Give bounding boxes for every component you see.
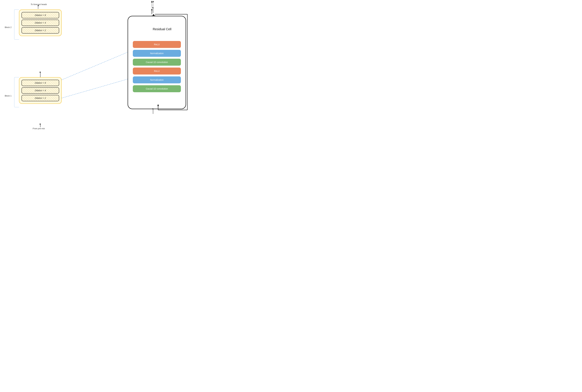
block2-dilation8: Dilation = 8 <box>21 12 59 18</box>
block2: Dilation = 8 Dilation = 4 Dilation = 2 <box>19 10 62 36</box>
layer-conv-1: Causal 1D convolution <box>133 59 181 66</box>
block1-dilation4: Dilation = 4 <box>21 87 59 94</box>
arrow-between-blocks <box>40 72 40 77</box>
block1-dilation2: Dilation = 2 <box>21 95 59 101</box>
block1-dilation8: Dilation = 8 <box>21 80 59 86</box>
layer-norm-2: Normalization <box>133 76 181 83</box>
block1-bracket <box>14 77 19 107</box>
premix-arrow <box>40 124 40 127</box>
block1: Dilation = 8 Dilation = 4 Dilation = 2 <box>19 77 62 104</box>
layer-relu-1: ReLU <box>133 41 181 48</box>
left-section: To forecast heads Block 2 Dilation = 8 D… <box>5 3 76 128</box>
block2-label: Block 2 <box>5 26 11 28</box>
layer-relu-2: ReLU <box>133 68 181 74</box>
forecast-arrow <box>38 6 38 9</box>
block2-bracket <box>14 10 19 40</box>
arrow-above-plus <box>153 2 153 6</box>
block2-dilation4: Dilation = 4 <box>21 20 59 26</box>
layer-conv-2: Causal 1D convolution <box>133 85 181 92</box>
arrow-to-plus <box>153 8 153 13</box>
residual-cell: Residual Cell ReLU Normalization Causal … <box>128 16 186 109</box>
block2-dilation2: Dilation = 2 <box>21 27 59 34</box>
residual-title: Residual Cell <box>142 27 182 31</box>
right-section: ✚ Residual Cell ReLU Normalization Causa… <box>123 6 191 124</box>
layer-norm-1: Normalization <box>133 50 181 57</box>
arrow-bottom-residual <box>153 109 153 114</box>
premix-label: From pre-mix <box>28 127 49 130</box>
diagram-container: To forecast heads Block 2 Dilation = 8 D… <box>0 0 194 131</box>
block1-label: Block 1 <box>5 94 11 97</box>
